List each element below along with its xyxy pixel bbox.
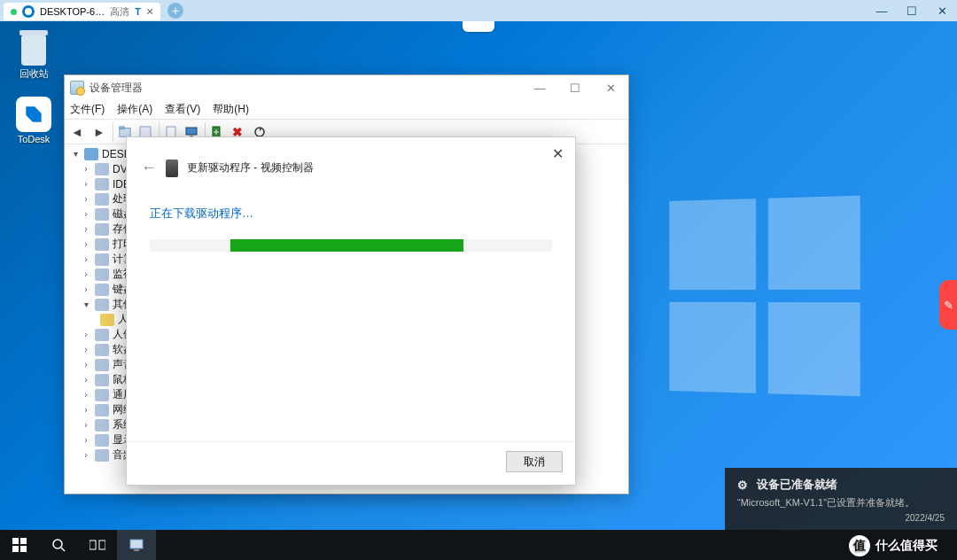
remote-tab-label: DESKTOP-6… bbox=[40, 6, 105, 17]
svg-rect-4 bbox=[186, 128, 197, 135]
notification-toast[interactable]: ⚙ 设备已准备就绪 “Microsoft_KM-V1.1”已设置并准备就绪。 2… bbox=[725, 468, 957, 530]
remote-tab-letter: T bbox=[135, 6, 141, 17]
dialog-status-text: 正在下载驱动程序… bbox=[127, 183, 575, 232]
notification-date: 2022/4/25 bbox=[737, 513, 945, 523]
windows-taskbar bbox=[0, 530, 957, 560]
add-tab-button[interactable]: + bbox=[167, 3, 183, 19]
svg-rect-15 bbox=[99, 541, 105, 549]
start-button[interactable] bbox=[0, 530, 39, 560]
device-category-icon bbox=[95, 238, 109, 251]
device-category-icon bbox=[95, 284, 109, 296]
devmgr-maximize-button[interactable]: ☐ bbox=[557, 75, 593, 100]
tab-close-icon[interactable]: × bbox=[146, 5, 153, 18]
device-category-icon bbox=[95, 223, 109, 236]
device-category-icon bbox=[95, 404, 109, 416]
search-button[interactable] bbox=[39, 530, 78, 560]
devmgr-minimize-button[interactable]: — bbox=[522, 75, 557, 100]
device-manager-title: 设备管理器 bbox=[89, 81, 143, 96]
menu-help[interactable]: 帮助(H) bbox=[213, 102, 249, 117]
device-category-icon bbox=[95, 434, 109, 447]
device-category-icon bbox=[95, 208, 109, 221]
maximize-icon: ☐ bbox=[570, 82, 580, 95]
progress-bar bbox=[150, 239, 552, 252]
svg-rect-9 bbox=[20, 538, 27, 544]
progress-wrap bbox=[127, 232, 575, 252]
minimize-icon: — bbox=[534, 82, 546, 95]
desktop-icons: 回收站 ToDesk bbox=[9, 30, 58, 144]
device-category-icon bbox=[95, 193, 109, 206]
device-manager-menubar: 文件(F) 操作(A) 查看(V) 帮助(H) bbox=[65, 100, 628, 120]
svg-point-12 bbox=[53, 540, 62, 548]
maximize-icon: ☐ bbox=[906, 4, 917, 18]
device-category-icon bbox=[95, 253, 109, 266]
remote-close-button[interactable]: ✕ bbox=[927, 0, 957, 21]
progress-bar-fill bbox=[230, 239, 463, 252]
dialog-close-button[interactable]: ✕ bbox=[547, 143, 568, 164]
connection-status-dot-icon bbox=[11, 9, 17, 15]
search-icon bbox=[51, 538, 66, 552]
svg-rect-16 bbox=[130, 540, 143, 548]
device-category-icon bbox=[95, 163, 109, 175]
svg-line-13 bbox=[61, 548, 65, 551]
windows-logo-wallpaper-icon bbox=[669, 196, 860, 396]
minimize-icon: — bbox=[876, 4, 888, 18]
toolbar-forward-button[interactable]: ► bbox=[89, 121, 110, 143]
device-category-icon bbox=[95, 389, 109, 401]
avatar-icon bbox=[22, 5, 35, 18]
device-category-icon bbox=[95, 419, 109, 432]
watermark: 值 什么值得买 bbox=[849, 535, 938, 556]
device-category-icon bbox=[95, 449, 109, 462]
task-view-button[interactable] bbox=[78, 530, 117, 560]
dialog-footer: 取消 bbox=[127, 441, 575, 485]
device-category-icon bbox=[95, 344, 109, 356]
remote-maximize-button[interactable]: ☐ bbox=[897, 0, 927, 21]
device-icon bbox=[166, 159, 178, 177]
svg-rect-14 bbox=[89, 541, 96, 549]
remote-minimize-button[interactable]: — bbox=[867, 0, 897, 21]
back-arrow-icon[interactable]: ← bbox=[141, 159, 157, 177]
remote-toolbar-handle[interactable] bbox=[463, 21, 494, 32]
gear-icon: ⚙ bbox=[737, 478, 748, 492]
notification-title: 设备已准备就绪 bbox=[757, 477, 837, 493]
watermark-badge-icon: 值 bbox=[849, 535, 870, 556]
remote-tab[interactable]: DESKTOP-6… 高清 T × bbox=[4, 3, 160, 20]
cancel-button-label: 取消 bbox=[524, 455, 545, 470]
computer-icon bbox=[84, 148, 98, 160]
todesk-glyph-icon bbox=[16, 97, 51, 132]
unknown-device-icon bbox=[100, 314, 114, 326]
devmgr-close-button[interactable]: ✕ bbox=[593, 75, 628, 100]
dialog-title: 更新驱动程序 - 视频控制器 bbox=[187, 160, 314, 175]
windows-start-icon bbox=[12, 538, 27, 552]
svg-rect-8 bbox=[12, 538, 19, 544]
recycle-bin-icon[interactable]: 回收站 bbox=[9, 30, 58, 81]
taskbar-devmgr-button[interactable] bbox=[117, 530, 156, 560]
device-manager-titlebar[interactable]: 设备管理器 — ☐ ✕ bbox=[65, 75, 628, 100]
plus-icon: + bbox=[172, 4, 179, 18]
menu-file[interactable]: 文件(F) bbox=[70, 102, 105, 117]
recycle-bin-label: 回收站 bbox=[19, 67, 49, 81]
menu-view[interactable]: 查看(V) bbox=[165, 102, 200, 117]
update-driver-dialog: ✕ ← 更新驱动程序 - 视频控制器 正在下载驱动程序… 取消 bbox=[126, 136, 576, 486]
device-category-icon bbox=[95, 178, 109, 191]
svg-rect-2 bbox=[140, 127, 151, 137]
cancel-button[interactable]: 取消 bbox=[506, 451, 563, 472]
close-icon: ✕ bbox=[606, 82, 616, 95]
windows-desktop[interactable]: 回收站 ToDesk 设备管理器 — ☐ ✕ 文件(F) 操作(A) 查看(V)… bbox=[0, 21, 957, 560]
todesk-icon[interactable]: ToDesk bbox=[9, 97, 58, 144]
device-category-icon bbox=[95, 374, 109, 386]
notification-body: “Microsoft_KM-V1.1”已设置并准备就绪。 bbox=[737, 496, 945, 509]
remote-app-titlebar: DESKTOP-6… 高清 T × + — ☐ ✕ bbox=[0, 0, 957, 21]
svg-rect-0 bbox=[119, 128, 129, 136]
watermark-text: 什么值得买 bbox=[875, 538, 938, 554]
menu-action[interactable]: 操作(A) bbox=[117, 102, 152, 117]
remote-quality-label: 高清 bbox=[110, 5, 129, 19]
device-manager-taskbar-icon bbox=[128, 537, 144, 553]
todesk-label: ToDesk bbox=[18, 134, 51, 144]
close-icon: ✕ bbox=[938, 4, 947, 18]
task-view-icon bbox=[89, 539, 105, 551]
svg-rect-17 bbox=[134, 549, 139, 551]
toolbar-back-button[interactable]: ◄ bbox=[66, 121, 88, 143]
feedback-pill[interactable] bbox=[939, 280, 957, 330]
svg-rect-3 bbox=[167, 127, 175, 137]
device-manager-icon bbox=[70, 81, 84, 95]
